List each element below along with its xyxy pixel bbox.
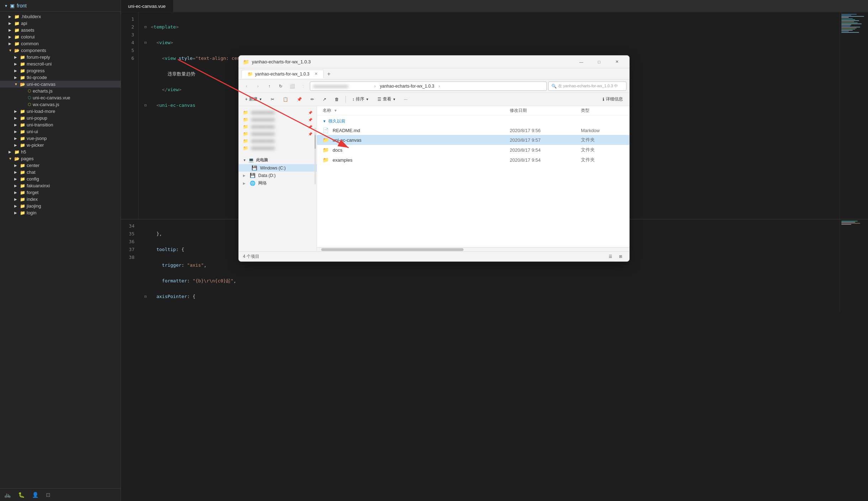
sidebar-item-mescroll-uni[interactable]: ▶ 📁 mescroll-uni <box>0 61 121 67</box>
sidebar-item-wx-canvas-js[interactable]: ⬡ wx-canvas.js <box>0 101 121 108</box>
sidebar-item-forum-reply[interactable]: ▶ 📁 forum-reply <box>0 54 121 61</box>
sidebar-item-jiaojing[interactable]: ▶ 📁 jiaojing <box>0 203 121 209</box>
fold-icon: ⊟ <box>144 293 149 301</box>
sidebar-item-assets[interactable]: ▶ 📁 assets <box>0 27 121 33</box>
arrow-icon: ▶ <box>14 136 20 140</box>
sidebar-item-label: chat <box>27 169 36 175</box>
minimap-line <box>841 221 858 221</box>
nav-pane-item-pinned-6[interactable]: 📁 xxxxxxxxxxx <box>239 145 317 152</box>
spacer-fold-icon <box>144 86 149 94</box>
sidebar-item-tki-qrcode[interactable]: ▶ 📁 tki-qrcode <box>0 74 121 81</box>
scan-icon[interactable]: ⊡ <box>46 492 51 498</box>
file-date-label: 2020/8/17 9:57 <box>510 137 541 143</box>
sidebar-item-vue-jsonp[interactable]: ▶ 📁 vue-jsonp <box>0 135 121 142</box>
sidebar-item-w-picker[interactable]: ▶ 📁 w-picker <box>0 142 121 148</box>
grid-view-button[interactable]: ⊞ <box>616 253 625 261</box>
nav-pane-item-network[interactable]: ▶ 🌐 网络 <box>239 179 317 187</box>
person-icon[interactable]: 👤 <box>32 492 39 498</box>
group-header-old[interactable]: ▼ 很久以前 <box>317 115 629 126</box>
arrow-icon: ▶ <box>9 28 14 32</box>
sidebar-item-echarts-js[interactable]: ⬡ echarts.js <box>0 88 121 94</box>
cut-button[interactable]: ✂ <box>267 94 278 104</box>
nav-pane-item-pinned-2[interactable]: 📁 xxxxxxxxxxx 📌 <box>239 116 317 123</box>
sidebar-item-label: center <box>27 163 39 168</box>
file-row-readme[interactable]: 📄 README.md 2020/8/17 9:56 Markdow <box>317 126 629 135</box>
sidebar-item-label: uni-load-more <box>27 109 55 114</box>
address-bar[interactable]: xxxxxxxxxxxxxxxxxx › yanhao-echarts-for-… <box>310 82 547 91</box>
minimize-button[interactable]: — <box>573 56 589 68</box>
pin-icon: 📌 <box>308 111 312 115</box>
minimap-line <box>841 222 855 223</box>
rename-button[interactable]: ✏ <box>307 94 318 104</box>
delete-button[interactable]: 🗑 <box>331 94 343 104</box>
dialog-folder-icon: 📁 <box>243 59 249 65</box>
dialog-tab-close-icon[interactable]: ✕ <box>314 72 318 76</box>
sidebar-item-fakuanxinxi[interactable]: ▶ 📁 fakuanxinxi <box>0 182 121 189</box>
sidebar-item-uni-load-more[interactable]: ▶ 📁 uni-load-more <box>0 108 121 115</box>
sidebar-item-login[interactable]: ▶ 📁 login <box>0 209 121 216</box>
sidebar-item-h5[interactable]: ▶ 📁 h5 <box>0 148 121 155</box>
pin-icon: 📌 <box>308 118 312 122</box>
line-num-4: 4 <box>121 39 134 47</box>
file-row-docs[interactable]: 📁 docs 2020/8/17 9:54 文件夹 <box>317 145 629 155</box>
maximize-button[interactable]: □ <box>591 56 607 68</box>
tab-uni-ec-canvas-vue[interactable]: uni-ec-canvas.vue <box>121 0 173 12</box>
copy-button[interactable]: 📋 <box>279 94 292 104</box>
close-button[interactable]: ✕ <box>609 56 625 68</box>
nav-pane-item-pinned-5[interactable]: 📁 xxxxxxxxxxx <box>239 137 317 145</box>
nav-pane-section-pc: ▼ 💻 此电脑 <box>239 155 317 164</box>
nav-pane-item-pinned-1[interactable]: 📁 xxxxxxxxxxx 📌 <box>239 109 317 116</box>
sidebar-item-label: login <box>27 210 36 215</box>
sidebar-item-progress[interactable]: ▶ 📁 progress <box>0 67 121 74</box>
sidebar-item-colorui[interactable]: ▶ 📁 colorui <box>0 33 121 40</box>
dialog-add-tab-button[interactable]: + <box>324 69 334 79</box>
sidebar-item-label: fakuanxinxi <box>27 183 50 188</box>
nav-pane-item-windows-drive[interactable]: 💾 Windows (C:) <box>239 164 317 172</box>
bike-icon[interactable]: 🚲 <box>4 492 11 498</box>
search-bar[interactable]: 🔍 在 yanhao-echarts-for-wx_1.0.3 中 <box>548 82 626 91</box>
sidebar-item-common[interactable]: ▶ 📁 common <box>0 40 121 47</box>
dialog-tab-active[interactable]: 📁 yanhao-echarts-for-wx_1.0.3 ✕ <box>242 70 324 78</box>
view-button[interactable]: ☰ 查看 ▼ <box>374 94 399 104</box>
sidebar-item-uni-popup[interactable]: ▶ 📁 uni-popup <box>0 115 121 121</box>
sidebar-item-pages[interactable]: ▼ 📂 pages <box>0 155 121 162</box>
forward-button[interactable]: › <box>253 82 263 91</box>
horizontal-scrollbar[interactable] <box>317 247 629 251</box>
nav-pane-item-pinned-3[interactable]: 📁 xxxxxxxxxxx 📌 <box>239 123 317 130</box>
bug-icon[interactable]: 🐛 <box>18 492 25 498</box>
paste-button[interactable]: 📌 <box>293 94 306 104</box>
nav-pane-item-data-drive[interactable]: ▶ 💾 Data (D:) <box>239 172 317 179</box>
file-type-label: 文件夹 <box>581 147 595 152</box>
sort-button[interactable]: ↕ 排序 ▼ <box>349 94 372 104</box>
back-button[interactable]: ‹ <box>242 82 252 91</box>
file-row-uni-ec-canvas[interactable]: 📁 uni-ec-canvas 2020/8/17 9:57 文件夹 <box>317 135 629 145</box>
details-button[interactable]: ℹ 详细信息 <box>599 94 626 104</box>
sort-label: 排序 <box>356 96 364 102</box>
more-button[interactable]: ··· <box>401 94 411 104</box>
list-view-button[interactable]: ☰ <box>606 253 615 261</box>
sidebar-item-hbuilderx[interactable]: ▶ 📁 .hbuilderx <box>0 13 121 20</box>
sidebar-item-index[interactable]: ▶ 📁 index <box>0 196 121 203</box>
sidebar-item-api[interactable]: ▶ 📁 api <box>0 20 121 27</box>
sidebar-item-label: vue-jsonp <box>27 136 47 141</box>
nav-pane-item-pinned-4[interactable]: 📁 xxxxxxxxxxx 📌 <box>239 130 317 137</box>
new-button[interactable]: + 新建 ▼ <box>242 94 266 104</box>
sidebar-item-forget[interactable]: ▶ 📁 forget <box>0 189 121 196</box>
sidebar-item-config[interactable]: ▶ 📁 config <box>0 176 121 182</box>
share-button[interactable]: ↗ <box>319 94 330 104</box>
sidebar-item-center[interactable]: ▶ 📁 center <box>0 162 121 169</box>
up-button[interactable]: ↑ <box>264 82 274 91</box>
sidebar-item-uni-ec-canvas-vue[interactable]: ⬡ uni-ec-canvas.vue <box>0 94 121 101</box>
sidebar-item-uni-transition[interactable]: ▶ 📁 uni-transition <box>0 121 121 128</box>
dialog-body: 📁 xxxxxxxxxxx 📌 📁 xxxxxxxxxxx 📌 📁 xxxxxx… <box>239 106 629 251</box>
window-button[interactable]: ⬜ <box>287 82 297 91</box>
sidebar-item-chat[interactable]: ▶ 📁 chat <box>0 169 121 176</box>
sidebar-tree: ▶ 📁 .hbuilderx ▶ 📁 api ▶ 📁 assets ▶ 📁 co… <box>0 12 121 488</box>
sidebar-item-components[interactable]: ▼ 📂 components <box>0 47 121 54</box>
file-row-examples[interactable]: 📁 examples 2020/8/17 9:54 文件夹 <box>317 155 629 165</box>
spacer-fold-icon <box>144 54 149 62</box>
arrow-icon: ▶ <box>14 197 20 201</box>
refresh-button[interactable]: ↻ <box>276 82 286 91</box>
sidebar-item-uni-ec-canvas[interactable]: ▼ 📂 uni-ec-canvas <box>0 81 121 88</box>
sidebar-item-uni-ui[interactable]: ▶ 📁 uni-ui <box>0 128 121 135</box>
